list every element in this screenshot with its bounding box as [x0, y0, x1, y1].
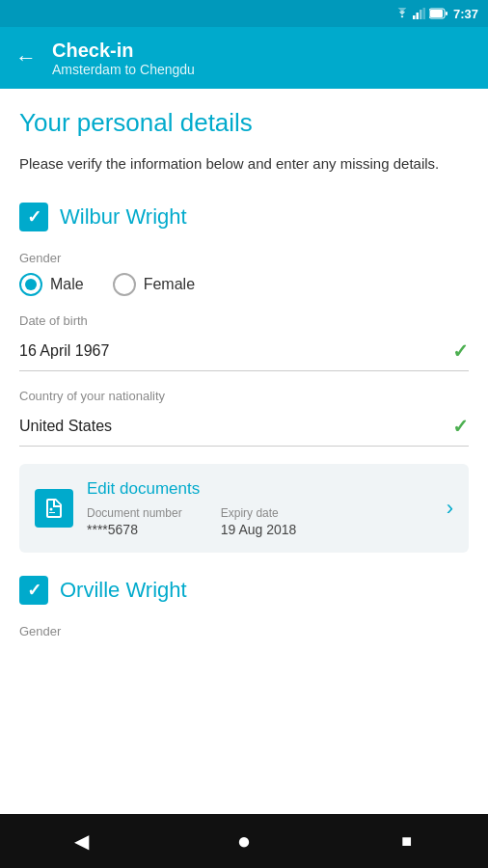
passenger-section-orville: Orville Wright Gender	[19, 576, 469, 638]
nav-home-button[interactable]	[215, 822, 273, 860]
nationality-label-wilbur: Country of your nationality	[19, 389, 469, 403]
passenger-name-orville: Orville Wright	[60, 578, 187, 603]
app-bar-title-block: Check-in Amsterdam to Chengdu	[52, 39, 195, 78]
document-icon	[35, 489, 73, 528]
bottom-padding	[19, 658, 469, 735]
bottom-nav	[0, 814, 488, 868]
passenger-header-wilbur: Wilbur Wright	[19, 203, 469, 231]
radio-female-label: Female	[144, 276, 195, 293]
doc-expiry-label: Expiry date	[221, 506, 297, 520]
status-bar: 7:37	[0, 0, 488, 27]
passenger-name-wilbur: Wilbur Wright	[60, 204, 187, 230]
signal-icon	[413, 8, 426, 19]
dob-label-wilbur: Date of birth	[19, 313, 469, 328]
document-info: Edit documents Document number ****5678 …	[87, 479, 433, 537]
edit-documents-card-wilbur[interactable]: Edit documents Document number ****5678 …	[19, 464, 469, 553]
svg-rect-0	[413, 15, 416, 19]
nationality-text-wilbur: United States	[19, 418, 112, 435]
passenger-checkbox-orville[interactable]	[19, 576, 48, 605]
gender-label-wilbur: Gender	[19, 251, 469, 265]
gender-female-wilbur[interactable]: Female	[113, 273, 195, 296]
passenger-checkbox-wilbur[interactable]	[19, 203, 48, 231]
gender-row-wilbur: Male Female	[19, 273, 469, 296]
radio-male-inner	[25, 279, 37, 290]
gender-label-orville: Gender	[19, 624, 469, 638]
dob-checkmark-wilbur: ✓	[452, 339, 469, 363]
passenger-section-wilbur: Wilbur Wright Gender Male Female Date of	[19, 203, 469, 553]
passenger-header-orville: Orville Wright	[19, 576, 469, 605]
wifi-icon	[394, 8, 410, 19]
page-content: Your personal details Please verify the …	[0, 89, 488, 735]
doc-number-label: Document number	[87, 506, 182, 520]
doc-expiry-block: Expiry date 19 Aug 2018	[221, 506, 297, 537]
nationality-text-field-wilbur: United States ✓	[19, 407, 469, 447]
nationality-value-wilbur[interactable]: United States ✓	[19, 407, 469, 447]
edit-documents-title: Edit documents	[87, 479, 433, 499]
doc-number-value: ****5678	[87, 522, 182, 537]
page-heading: Your personal details	[19, 108, 469, 138]
radio-male-label: Male	[50, 276, 84, 293]
svg-rect-6	[446, 12, 447, 15]
gender-male-wilbur[interactable]: Male	[19, 273, 84, 296]
svg-rect-3	[422, 8, 425, 19]
svg-point-7	[50, 507, 53, 510]
document-fields-row: Document number ****5678 Expiry date 19 …	[87, 506, 433, 537]
page-description: Please verify the information below and …	[19, 153, 469, 176]
svg-rect-2	[420, 10, 422, 19]
svg-rect-1	[416, 13, 419, 19]
nationality-checkmark-wilbur: ✓	[452, 415, 469, 438]
dob-field-wilbur: Date of birth 16 April 1967 ✓	[19, 313, 469, 371]
status-icons	[394, 8, 448, 19]
svg-rect-8	[49, 512, 55, 513]
status-time: 7:37	[453, 7, 478, 21]
app-bar: ← Check-in Amsterdam to Chengdu	[0, 27, 488, 89]
battery-icon	[429, 8, 448, 19]
chevron-right-icon: ›	[447, 496, 453, 521]
gender-field-orville: Gender	[19, 624, 469, 638]
nav-recent-button[interactable]	[378, 822, 436, 860]
svg-rect-5	[430, 10, 443, 17]
dob-text-field-wilbur: 16 April 1967 ✓	[19, 332, 469, 371]
app-bar-title: Check-in	[52, 39, 195, 62]
nav-back-button[interactable]	[52, 822, 110, 860]
dob-value-wilbur[interactable]: 16 April 1967 ✓	[19, 332, 469, 371]
dob-text-wilbur: 16 April 1967	[19, 342, 109, 360]
nationality-field-wilbur: Country of your nationality United State…	[19, 389, 469, 447]
gender-field-wilbur: Gender Male Female	[19, 251, 469, 296]
back-button[interactable]: ←	[15, 45, 37, 70]
app-bar-subtitle: Amsterdam to Chengdu	[52, 62, 195, 78]
radio-male-outer[interactable]	[19, 273, 42, 296]
radio-female-outer[interactable]	[113, 273, 136, 296]
document-svg	[42, 497, 66, 520]
doc-number-block: Document number ****5678	[87, 506, 182, 537]
doc-expiry-value: 19 Aug 2018	[221, 522, 297, 537]
